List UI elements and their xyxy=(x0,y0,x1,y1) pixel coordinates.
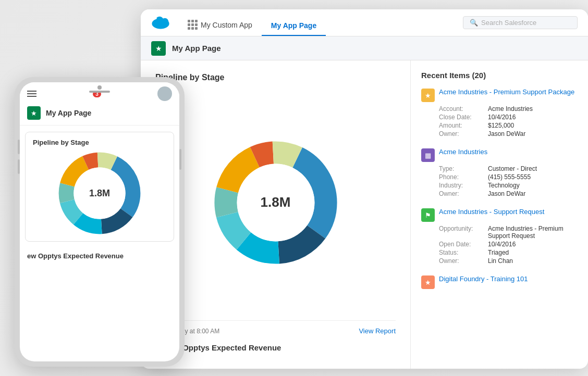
recent-item-3-header: ⚑ Acme Industries - Support Request xyxy=(421,208,578,222)
search-icon: 🔍 xyxy=(470,19,478,27)
field-label: Industry: xyxy=(439,182,486,189)
recent-item-1: ★ Acme Industries - Premium Support Pack… xyxy=(421,88,578,137)
phone-power-button[interactable] xyxy=(179,149,181,170)
search-bar[interactable]: 🔍 Search Salesforce xyxy=(463,16,578,29)
phone-donut-chart: 1.8M xyxy=(58,152,141,235)
recent-item-4-icon: ★ xyxy=(421,275,435,289)
nav-tabs: My Custom App My App Page xyxy=(178,9,463,36)
donut-wrapper: 1.8M xyxy=(155,93,396,312)
phone-chart-card: Pipeline by Stage 1.8M xyxy=(25,132,174,242)
recent-item-3-link[interactable]: Acme Industries - Support Request xyxy=(439,208,544,217)
search-placeholder: Search Salesforce xyxy=(481,19,536,27)
field-value: Technology xyxy=(488,182,520,189)
phone-camera xyxy=(97,85,102,90)
user-avatar[interactable] xyxy=(157,86,172,101)
field-label: Status: xyxy=(439,249,486,256)
recent-items-title: Recent Items (20) xyxy=(421,71,578,80)
chart-title: Pipeline by Stage xyxy=(155,73,396,82)
recent-item-3-fields: Opportunity:Acme Industries - Premium Su… xyxy=(421,225,578,265)
field-value: Lin Chan xyxy=(488,257,513,265)
phone-vol-up-button[interactable] xyxy=(18,140,20,154)
field-value: Jason DeWar xyxy=(488,130,525,137)
hamburger-menu-icon[interactable] xyxy=(27,91,36,97)
phone-page-title-label: My App Page xyxy=(46,109,91,117)
phone-chart-title: Pipeline by Stage xyxy=(33,139,166,146)
field-value: Jason DeWar xyxy=(488,190,525,197)
donut-chart: 1.8M xyxy=(213,140,338,265)
field-value: 10/4/2016 xyxy=(488,241,516,248)
recent-item-1-link[interactable]: Acme Industries - Premium Support Packag… xyxy=(439,88,574,97)
field-label: Close Date: xyxy=(439,114,486,121)
phone-expected-revenue-text: ew Opptys Expected Revenue xyxy=(27,252,124,260)
recent-item-2-link[interactable]: Acme Industries xyxy=(439,148,487,157)
view-report-link[interactable]: View Report xyxy=(359,327,396,335)
field-label: Owner: xyxy=(439,190,486,197)
phone-speaker xyxy=(89,91,110,93)
recent-items-panel: Recent Items (20) ★ Acme Industries - Pr… xyxy=(411,60,588,369)
field-value: Customer - Direct xyxy=(488,165,537,172)
chart-footer: As of Today at 8:00 AM View Report xyxy=(155,320,396,335)
tab-my-custom-app-label: My Custom App xyxy=(201,21,252,29)
field-value: Acme Industries xyxy=(488,105,533,112)
grid-icon xyxy=(188,20,198,30)
field-label: Phone: xyxy=(439,173,486,181)
salesforce-logo xyxy=(151,14,170,32)
phone-device: 3 ★ My App Page Pipeline by Stage xyxy=(15,77,185,367)
recent-item-4-link[interactable]: Digital Foundry - Training 101 xyxy=(439,275,528,284)
svg-point-0 xyxy=(152,18,169,29)
field-value: (415) 555-5555 xyxy=(488,173,531,181)
field-label: Account: xyxy=(439,105,486,112)
tab-my-app-page-label: My App Page xyxy=(271,21,316,30)
recent-item-1-header: ★ Acme Industries - Premium Support Pack… xyxy=(421,88,578,102)
page-title: My App Page xyxy=(172,44,221,53)
phone-expected-revenue-label: ew Opptys Expected Revenue xyxy=(20,248,179,260)
phone-screen: 3 ★ My App Page Pipeline by Stage xyxy=(20,82,179,361)
field-value: Acme Industries - Premium Support Reques… xyxy=(488,225,578,240)
field-label: Owner: xyxy=(439,130,486,137)
recent-item-3-icon: ⚑ xyxy=(421,208,435,222)
field-value: 10/4/2016 xyxy=(488,114,516,121)
phone-vol-down-button[interactable] xyxy=(18,159,20,174)
recent-item-3: ⚑ Acme Industries - Support Request Oppo… xyxy=(421,208,578,265)
expected-revenue-section: ew Opptys Expected Revenue xyxy=(155,335,396,360)
recent-item-2-header: ▦ Acme Industries xyxy=(421,148,578,162)
recent-item-2: ▦ Acme Industries Type:Customer - Direct… xyxy=(421,148,578,197)
phone-donut-wrapper: 1.8M xyxy=(33,152,166,235)
tablet-content: Pipeline by Stage xyxy=(141,60,588,369)
tab-my-custom-app[interactable]: My Custom App xyxy=(178,20,262,36)
field-label: Type: xyxy=(439,165,486,172)
donut-center-value: 1.8M xyxy=(213,140,338,265)
recent-item-4: ★ Digital Foundry - Training 101 xyxy=(421,275,578,289)
field-label: Open Date: xyxy=(439,241,486,248)
field-label: Owner: xyxy=(439,257,486,265)
field-value: $125,000 xyxy=(488,122,514,129)
field-label: Amount: xyxy=(439,122,486,129)
recent-item-1-icon: ★ xyxy=(421,89,435,102)
phone-star-badge: ★ xyxy=(27,106,41,120)
field-label: Opportunity: xyxy=(439,225,486,240)
recent-item-2-fields: Type:Customer - Direct Phone:(415) 555-5… xyxy=(421,165,578,197)
tab-my-app-page[interactable]: My App Page xyxy=(262,21,326,36)
field-value: Triaged xyxy=(488,249,509,256)
recent-item-2-icon: ▦ xyxy=(421,148,435,162)
phone-donut-center-value: 1.8M xyxy=(58,152,141,235)
recent-item-4-header: ★ Digital Foundry - Training 101 xyxy=(421,275,578,289)
phone-page-title: ★ My App Page xyxy=(20,103,179,126)
tablet-device: My Custom App My App Page 🔍 Search Sales… xyxy=(141,9,588,369)
expected-revenue-label: ew Opptys Expected Revenue xyxy=(170,343,281,352)
page-title-bar: ★ My App Page xyxy=(141,36,588,60)
star-badge: ★ xyxy=(151,41,166,56)
tablet-header: My Custom App My App Page 🔍 Search Sales… xyxy=(141,9,588,36)
recent-item-1-fields: Account:Acme Industries Close Date:10/4/… xyxy=(421,105,578,137)
